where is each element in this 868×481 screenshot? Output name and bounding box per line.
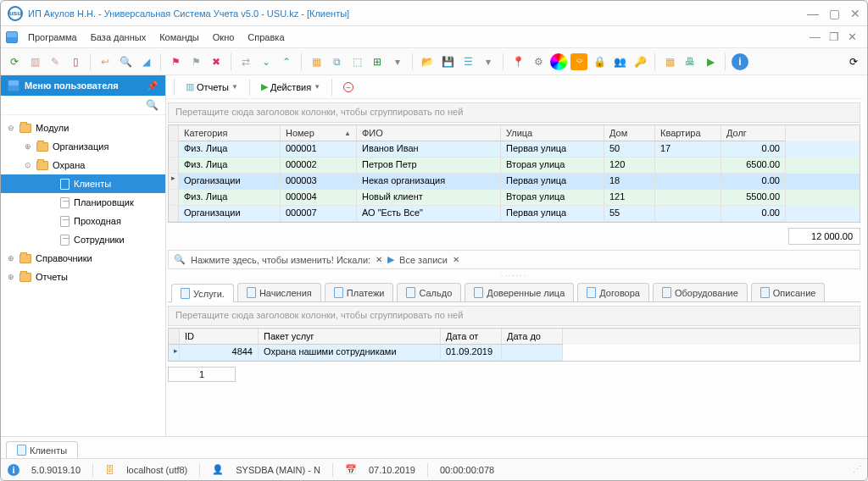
tool-refresh-right-icon[interactable]: ⟳ — [845, 53, 862, 70]
tool-lock-icon[interactable]: 🔒 — [591, 53, 608, 70]
tool-excel-icon[interactable]: ⊞ — [369, 53, 386, 70]
sidebar-search[interactable]: 🔍 — [1, 96, 165, 115]
tool-pin-icon[interactable]: 📍 — [509, 53, 526, 70]
table-row[interactable]: Организации000007АО "Есть Все"Первая ули… — [169, 206, 860, 222]
tab-1[interactable]: Начисления — [237, 283, 321, 301]
table-row[interactable]: Физ. Лица000002Петров ПетрВторая улица12… — [169, 158, 860, 174]
close-button[interactable]: ✕ — [850, 7, 860, 20]
tool-search-icon[interactable]: 🔍 — [117, 53, 134, 70]
col-fio[interactable]: ФИО — [357, 125, 501, 141]
expand-icon[interactable]: ⊖ — [8, 124, 18, 132]
tool-play-icon[interactable]: ▶ — [702, 53, 719, 70]
menu-program[interactable]: Программа — [21, 29, 84, 46]
mdi-close-button[interactable]: ✕ — [848, 30, 857, 43]
tab-2[interactable]: Платежи — [325, 283, 394, 301]
group-hint-sub[interactable]: Перетащите сюда заголовок колонки, чтобы… — [168, 306, 860, 326]
table-row[interactable]: Физ. Лица000001Иванов ИванПервая улица50… — [169, 141, 860, 158]
tab-3[interactable]: Сальдо — [397, 283, 461, 301]
tree-item-отчеты[interactable]: ⊕Отчеты — [1, 268, 165, 286]
col-number[interactable]: Номер▲ — [281, 125, 357, 141]
tool-flagclear-icon[interactable]: ✖ — [208, 53, 225, 70]
tool-down-icon[interactable]: ⌄ — [258, 53, 275, 70]
tool-grid-icon[interactable]: ▦ — [308, 53, 325, 70]
clear-filter-icon[interactable]: ✕ — [453, 255, 459, 264]
tree-item-модули[interactable]: ⊖Модули — [1, 119, 165, 137]
tool-refresh-icon[interactable]: ⟳ — [6, 53, 23, 70]
tree-item-планировщик[interactable]: Планировщик — [1, 193, 165, 212]
doc-tab-clients[interactable]: Клиенты — [6, 441, 78, 458]
tree-item-охрана[interactable]: ⊙Охрана — [1, 156, 165, 174]
pin-icon[interactable]: 📌 — [147, 80, 159, 91]
tool-up-icon[interactable]: ⌃ — [278, 53, 295, 70]
col-flat[interactable]: Квартира — [655, 125, 721, 141]
tool-dropdown-icon[interactable]: ▾ — [389, 53, 406, 70]
tool-color-icon[interactable] — [550, 53, 567, 70]
tree-item-проходная[interactable]: Проходная — [1, 212, 165, 230]
tree-item-организация[interactable]: ⊕Организация — [1, 137, 165, 156]
expand-icon[interactable]: ⊕ — [25, 142, 35, 151]
info-icon[interactable]: i — [8, 464, 19, 476]
tab-0[interactable]: Услуги. — [171, 284, 234, 302]
search-hint[interactable]: Нажмите здесь, чтобы изменить! Искали: — [191, 255, 370, 265]
col-id[interactable]: ID — [180, 329, 259, 345]
tool-edit-icon[interactable]: ✎ — [47, 53, 64, 70]
tool-flag2-icon[interactable]: ⚑ — [187, 53, 204, 70]
reports-button[interactable]: ▥ Отчеты ▼ — [181, 80, 243, 94]
tool-key-icon[interactable]: 🔑 — [632, 53, 648, 70]
tool-rss-icon[interactable]: ⌔ — [570, 53, 587, 70]
tool-open-icon[interactable]: 📂 — [419, 53, 436, 70]
col-category[interactable]: Категория — [179, 125, 281, 141]
col-date-to[interactable]: Дата до — [502, 329, 563, 345]
tab-4[interactable]: Доверенные лица — [465, 283, 574, 301]
tool-export-icon[interactable]: ⬚ — [348, 53, 365, 70]
tool-columns-icon[interactable]: ☰ — [459, 53, 476, 70]
tool-layout-icon[interactable]: ▦ — [661, 53, 678, 70]
mdi-minimize-button[interactable]: — — [810, 30, 821, 43]
tool-filter-icon[interactable]: ◢ — [137, 53, 154, 70]
tab-6[interactable]: Оборудование — [653, 283, 748, 301]
menu-window[interactable]: Окно — [206, 29, 242, 46]
menu-help[interactable]: Справка — [241, 29, 291, 46]
tool-users-icon[interactable]: 👥 — [611, 53, 628, 70]
expand-icon[interactable]: ⊕ — [8, 254, 18, 263]
resize-grip[interactable]: ⋰ — [853, 464, 860, 475]
maximize-button[interactable]: ▢ — [829, 7, 840, 20]
menu-database[interactable]: База данных — [84, 29, 153, 46]
table-row[interactable]: ▸Организации000003Некая организацияПерва… — [169, 174, 860, 190]
tab-5[interactable]: Договора — [577, 283, 649, 301]
expand-icon[interactable]: ⊙ — [25, 161, 35, 169]
tree-item-сотрудники[interactable]: Сотрудники — [1, 230, 165, 249]
clear-search-icon[interactable]: ✕ — [376, 255, 382, 264]
col-date-from[interactable]: Дата от — [441, 329, 502, 345]
col-debt[interactable]: Долг — [721, 125, 786, 141]
tool-delete-icon[interactable]: ▯ — [67, 53, 84, 70]
group-hint[interactable]: Перетащите сюда заголовок колонки, чтобы… — [168, 102, 860, 123]
tree-item-клиенты[interactable]: Клиенты — [1, 174, 165, 193]
tree-item-справочники[interactable]: ⊕Справочники — [1, 249, 165, 268]
col-street[interactable]: Улица — [501, 125, 604, 141]
page-number[interactable]: 1 — [168, 367, 236, 382]
tool-gear-icon[interactable]: ⚙ — [530, 53, 547, 70]
tool-print-icon[interactable]: 🖶 — [682, 53, 698, 70]
splitter[interactable]: ······· — [166, 271, 862, 279]
table-row[interactable]: Физ. Лица000004Новый клиентВторая улица1… — [169, 190, 860, 206]
tool-dropdown2-icon[interactable]: ▾ — [480, 53, 497, 70]
tool-link-icon[interactable]: ⇄ — [237, 53, 254, 70]
tool-doc-icon[interactable]: ▥ — [26, 53, 43, 70]
tool-save-icon[interactable]: 💾 — [439, 53, 456, 70]
col-package[interactable]: Пакет услуг — [259, 329, 441, 345]
table-row[interactable]: ▸4844Охрана нашими сотрудниками01.09.201… — [169, 345, 860, 361]
tool-undo-icon[interactable]: ↩ — [97, 53, 114, 70]
tool-flag-icon[interactable]: ⚑ — [167, 53, 184, 70]
tool-copy-icon[interactable]: ⧉ — [328, 53, 345, 70]
expand-icon[interactable]: ⊕ — [8, 273, 18, 281]
tool-info-icon[interactable]: i — [732, 53, 748, 70]
menu-commands[interactable]: Команды — [153, 29, 206, 46]
tab-7[interactable]: Описание — [751, 283, 826, 301]
minimize-button[interactable]: — — [807, 7, 819, 20]
col-house[interactable]: Дом — [604, 125, 655, 141]
actions-button[interactable]: ▶ Действия ▼ — [256, 80, 326, 94]
mdi-restore-button[interactable]: ❐ — [829, 30, 839, 43]
all-records-label[interactable]: Все записи — [399, 255, 448, 265]
stop-button[interactable]: – — [338, 80, 359, 94]
